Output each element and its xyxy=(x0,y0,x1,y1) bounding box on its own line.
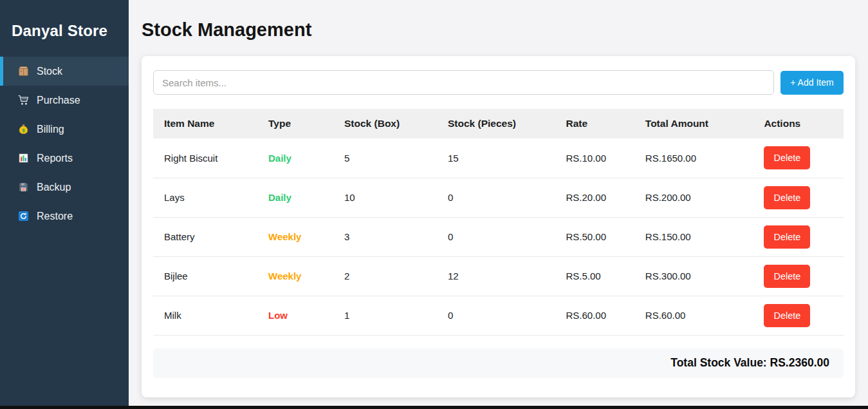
table-header: Item Name Type Stock (Box) Stock (Pieces… xyxy=(153,109,844,138)
total-amount-cell: RS.60.00 xyxy=(634,296,753,335)
col-stock-pieces: Stock (Pieces) xyxy=(437,109,555,138)
item-name-cell: Bijlee xyxy=(153,256,257,296)
delete-button[interactable]: Delete xyxy=(764,146,810,169)
type-badge: Daily xyxy=(268,192,291,203)
rate-cell: RS.20.00 xyxy=(555,178,634,217)
stock-box-cell: 3 xyxy=(333,217,437,256)
table-row: Battery Weekly 3 0 RS.50.00 RS.150.00 De… xyxy=(153,217,844,256)
rate-cell: RS.50.00 xyxy=(555,217,634,256)
stock-pieces-cell: 15 xyxy=(437,138,555,178)
stock-pieces-cell: 0 xyxy=(437,217,555,256)
money-bag-icon: $ xyxy=(17,123,30,135)
delete-button[interactable]: Delete xyxy=(764,265,810,288)
delete-button[interactable]: Delete xyxy=(764,186,810,209)
col-rate: Rate xyxy=(555,109,634,138)
stock-box-cell: 1 xyxy=(333,296,437,335)
rate-cell: RS.10.00 xyxy=(555,138,634,178)
table-row: Milk Low 1 0 RS.60.00 RS.60.00 Delete xyxy=(153,296,844,335)
sidebar-item-stock[interactable]: Stock xyxy=(0,57,129,86)
store-brand: Danyal Store xyxy=(0,0,129,57)
type-badge: Weekly xyxy=(268,231,301,242)
taskbar-edge xyxy=(0,406,868,409)
main-content: Stock Management + Add Item Item Name Ty… xyxy=(129,0,868,409)
total-amount-cell: RS.150.00 xyxy=(634,217,753,256)
stock-pieces-cell: 0 xyxy=(437,296,555,335)
stock-box-cell: 10 xyxy=(333,178,437,217)
item-name-cell: Milk xyxy=(153,296,257,335)
total-stock-value: Total Stock Value: RS.2360.00 xyxy=(670,356,829,370)
floppy-disk-icon xyxy=(17,181,30,193)
search-input[interactable] xyxy=(153,70,774,95)
col-actions: Actions xyxy=(753,109,844,138)
col-type: Type xyxy=(257,109,333,138)
table-row: Lays Daily 10 0 RS.20.00 RS.200.00 Delet… xyxy=(153,178,844,217)
type-badge: Daily xyxy=(268,153,291,164)
sidebar-item-reports[interactable]: Reports xyxy=(0,144,129,173)
type-badge: Weekly xyxy=(268,271,301,281)
sidebar-item-billing[interactable]: $ Billing xyxy=(0,115,129,144)
sidebar-item-label: Reports xyxy=(37,153,73,164)
sidebar-item-backup[interactable]: Backup xyxy=(0,173,129,202)
add-item-button[interactable]: + Add Item xyxy=(780,71,844,95)
total-amount-cell: RS.1650.00 xyxy=(634,138,753,178)
delete-button[interactable]: Delete xyxy=(764,225,810,249)
stock-pieces-cell: 12 xyxy=(437,256,555,296)
sidebar-item-purchase[interactable]: Purchase xyxy=(0,86,129,115)
stock-box-cell: 2 xyxy=(333,256,437,296)
delete-button[interactable]: Delete xyxy=(764,304,810,327)
bar-chart-icon xyxy=(17,152,30,164)
rate-cell: RS.5.00 xyxy=(555,256,634,296)
shopping-cart-icon xyxy=(17,94,30,106)
restore-arrows-icon xyxy=(17,210,30,222)
stock-card: + Add Item Item Name Type Stock (Box) St… xyxy=(142,56,855,397)
app-window: Danyal Store Stock Purchase $ Billing xyxy=(0,0,868,409)
svg-text:$: $ xyxy=(22,128,25,133)
page-title: Stock Management xyxy=(142,19,855,41)
table-row: Bijlee Weekly 2 12 RS.5.00 RS.300.00 Del… xyxy=(153,256,844,296)
total-amount-cell: RS.300.00 xyxy=(634,256,753,296)
item-name-cell: Lays xyxy=(153,178,257,217)
sidebar: Danyal Store Stock Purchase $ Billing xyxy=(0,0,129,409)
type-badge: Low xyxy=(268,310,288,321)
stock-box-cell: 5 xyxy=(333,138,437,178)
sidebar-menu: Stock Purchase $ Billing Reports xyxy=(0,57,129,231)
rate-cell: RS.60.00 xyxy=(555,296,634,335)
item-name-cell: Battery xyxy=(153,217,257,256)
sidebar-item-label: Backup xyxy=(37,182,71,193)
total-amount-cell: RS.200.00 xyxy=(634,178,753,217)
col-total-amount: Total Amount xyxy=(634,109,753,138)
sidebar-item-restore[interactable]: Restore xyxy=(0,202,129,231)
total-stock-value-bar: Total Stock Value: RS.2360.00 xyxy=(153,348,844,378)
table-row: Right Biscuit Daily 5 15 RS.10.00 RS.165… xyxy=(153,138,844,178)
sidebar-item-label: Purchase xyxy=(37,95,80,106)
item-name-cell: Right Biscuit xyxy=(153,138,257,178)
sidebar-item-label: Stock xyxy=(37,66,62,77)
stock-table: Item Name Type Stock (Box) Stock (Pieces… xyxy=(153,109,844,336)
sidebar-item-label: Billing xyxy=(37,124,64,135)
stock-pieces-cell: 0 xyxy=(437,178,555,217)
col-stock-box: Stock (Box) xyxy=(333,109,437,138)
col-item-name: Item Name xyxy=(153,109,257,138)
package-icon xyxy=(17,65,30,77)
sidebar-item-label: Restore xyxy=(37,211,73,222)
toolbar: + Add Item xyxy=(153,70,844,95)
